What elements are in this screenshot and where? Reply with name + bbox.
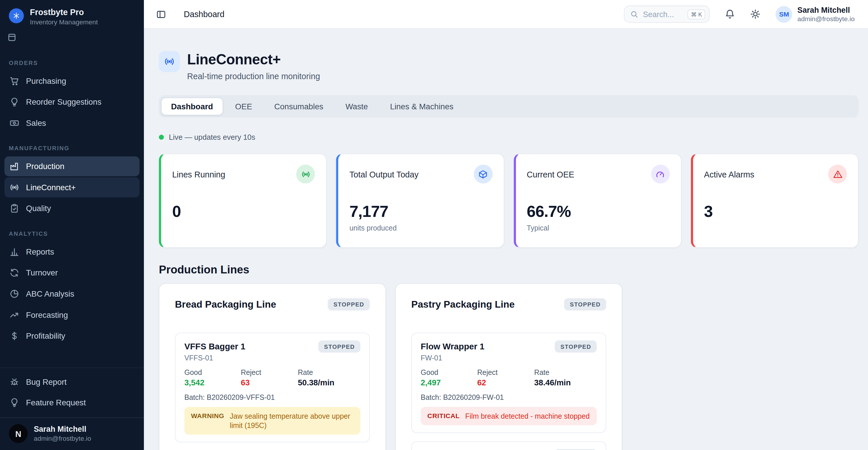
app-tagline: Inventory Management: [30, 18, 98, 26]
sidebar-item-reorder-suggestions[interactable]: Reorder Suggestions: [4, 92, 140, 112]
kpi-card-lines-running: Lines Running 0: [159, 154, 327, 248]
tab-lines-machines[interactable]: Lines & Machines: [380, 98, 464, 115]
clipboard-check-icon: [9, 203, 20, 214]
kpi-card-active-alarms: Active Alarms 3: [691, 154, 859, 248]
app-name: Frostbyte Pro: [30, 7, 98, 17]
alert-banner-critical: CRITICAL Film break detected - machine s…: [421, 407, 597, 425]
sidebar-section-manufacturing: MANUFACTURING: [0, 134, 144, 156]
sidebar-section-orders: ORDERS: [0, 43, 144, 71]
stat-rate: Rate 50.38/min: [298, 368, 361, 387]
stat-reject: Reject 63: [241, 368, 298, 387]
user-menu[interactable]: SM Sarah Mitchell admin@frostbyte.io: [776, 5, 855, 23]
sidebar-item-quality[interactable]: Quality: [4, 198, 140, 218]
broadcast-icon: [296, 165, 315, 184]
panel-left-icon: [156, 9, 166, 19]
sidebar-item-lineconnect[interactable]: LineConnect+: [4, 177, 140, 197]
page-header: LineConnect+ Real-time production line m…: [159, 51, 859, 81]
sidebar-item-purchasing[interactable]: Purchasing: [4, 71, 140, 91]
sidebar: Frostbyte Pro Inventory Management ORDER…: [0, 0, 144, 450]
bar-chart-icon: [9, 247, 20, 257]
tab-dashboard[interactable]: Dashboard: [161, 98, 223, 115]
sidebar-item-feature-request[interactable]: Feature Request: [4, 393, 140, 413]
sidebar-item-bug-report[interactable]: Bug Report: [4, 372, 140, 392]
sidebar-item-reports[interactable]: Reports: [4, 242, 140, 262]
machine-card-case-packer-2: Case Packer 2 STOPPED: [411, 441, 606, 450]
sidebar-item-sales[interactable]: Sales: [4, 113, 140, 133]
kpi-sub: units produced: [349, 224, 493, 232]
notifications-button[interactable]: [725, 9, 735, 20]
production-lines-grid: Bread Packaging Line STOPPED VFFS Bagger…: [159, 283, 859, 450]
line-card-pastry-packaging: Pastry Packaging Line STOPPED Flow Wrapp…: [395, 283, 622, 450]
pie-chart-icon: [9, 289, 20, 299]
sidebar-item-turnover[interactable]: Turnover: [4, 263, 140, 283]
kpi-card-total-output: Total Output Today 7,177 units produced: [336, 154, 504, 248]
kpi-value: 66.7%: [527, 202, 670, 221]
status-badge: STOPPED: [564, 298, 606, 311]
stat-good: Good 3,542: [184, 368, 241, 387]
bell-icon: [725, 9, 735, 20]
user-name: Sarah Mitchell: [797, 5, 855, 15]
sidebar-footer: Bug Report Feature Request: [0, 368, 144, 413]
status-badge: STOPPED: [328, 298, 370, 311]
theme-toggle-button[interactable]: [750, 9, 761, 20]
line-name: Bread Packaging Line: [175, 299, 276, 310]
page-subtitle: Real-time production line monitoring: [187, 72, 320, 81]
stat-rate: Rate 38.46/min: [534, 368, 597, 387]
sidebar-item-forecasting[interactable]: Forecasting: [4, 305, 140, 325]
machine-code: VFFS-01: [184, 354, 361, 362]
tab-waste[interactable]: Waste: [336, 98, 378, 115]
app-root: Frostbyte Pro Inventory Management ORDER…: [0, 0, 868, 450]
live-dot: [159, 135, 164, 140]
alert-triangle-icon: [828, 165, 847, 184]
line-name: Pastry Packaging Line: [411, 299, 515, 310]
sidebar-user[interactable]: N Sarah Mitchell admin@frostbyte.io: [0, 418, 144, 450]
search-shortcut-badge: ⌘ K: [688, 9, 706, 19]
factory-icon: [9, 161, 20, 171]
gauge-icon: [651, 165, 670, 184]
batch-label: Batch: B20260209-VFFS-01: [184, 393, 361, 401]
page-title: LineConnect+: [187, 51, 320, 68]
refresh-icon: [9, 268, 20, 278]
tab-consumables[interactable]: Consumables: [264, 98, 333, 115]
kpi-card-current-oee: Current OEE 66.7% Typical: [513, 154, 681, 248]
status-badge: STOPPED: [318, 340, 361, 353]
machine-name: VFFS Bagger 1: [184, 342, 246, 351]
breadcrumb: Dashboard: [184, 9, 224, 19]
avatar: N: [9, 424, 28, 443]
alert-banner-warning: WARNING Jaw sealing temperature above up…: [184, 407, 361, 434]
avatar: SM: [776, 6, 793, 22]
dollar-icon: [9, 331, 20, 341]
tab-oee[interactable]: OEE: [225, 98, 262, 115]
lightbulb-icon: [9, 397, 20, 407]
search-placeholder: Search...: [643, 9, 674, 19]
snowflake-logo-icon: [9, 8, 24, 24]
user-email: admin@frostbyte.io: [34, 434, 91, 443]
lightbulb-icon: [9, 97, 20, 107]
sidebar-item-profitability[interactable]: Profitability: [4, 326, 140, 346]
search-input[interactable]: Search... ⌘ K: [624, 5, 710, 23]
user-email: admin@frostbyte.io: [797, 15, 855, 23]
stat-good: Good 2,497: [421, 368, 477, 387]
sidebar-item-abc-analysis[interactable]: ABC Analysis: [4, 284, 140, 304]
section-title-production-lines: Production Lines: [159, 263, 859, 276]
kpi-row: Lines Running 0 Total Output Today 7,177…: [159, 154, 859, 248]
machine-code: FW-01: [421, 354, 597, 362]
machine-name: Flow Wrapper 1: [421, 342, 485, 351]
sidebar-item-partial: [0, 29, 144, 43]
sidebar-item-production[interactable]: Production: [4, 156, 140, 176]
broadcast-icon: [9, 182, 20, 192]
sidebar-toggle-button[interactable]: [156, 9, 166, 19]
page-content: LineConnect+ Real-time production line m…: [144, 29, 868, 450]
stat-reject: Reject 62: [477, 368, 534, 387]
machine-card-flow-wrapper-1: Flow Wrapper 1 STOPPED FW-01 Good 2,497 …: [411, 333, 606, 433]
kpi-value: 0: [172, 202, 315, 221]
search-icon: [630, 10, 639, 18]
line-card-bread-packaging: Bread Packaging Line STOPPED VFFS Bagger…: [159, 283, 386, 450]
kpi-sub: Typical: [527, 224, 670, 232]
live-status: Live — updates every 10s: [159, 133, 859, 141]
trend-up-icon: [9, 310, 20, 320]
batch-label: Batch: B20260209-FW-01: [421, 393, 597, 401]
main-area: Dashboard Search... ⌘ K SM Sarah Mitchel…: [144, 0, 868, 450]
status-badge: STOPPED: [555, 340, 597, 353]
box-icon: [7, 33, 17, 42]
